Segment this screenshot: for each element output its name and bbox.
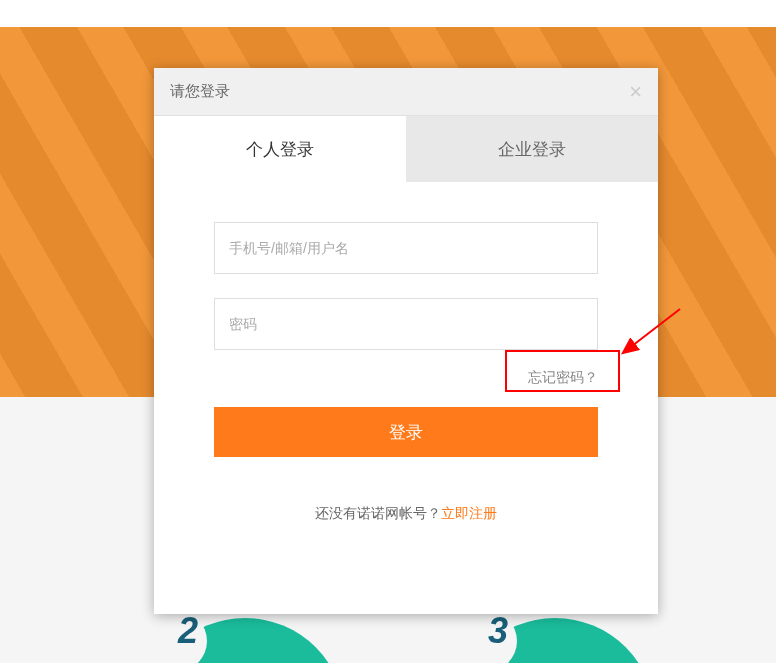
forgot-password-link[interactable]: 忘记密码？ (528, 369, 598, 385)
close-icon[interactable]: × (629, 81, 642, 103)
tab-enterprise-login[interactable]: 企业登录 (406, 116, 658, 182)
modal-header: 请您登录 × (154, 68, 658, 116)
login-button[interactable]: 登录 (214, 407, 598, 457)
register-prompt: 还没有诺诺网帐号？ (315, 505, 441, 521)
step-number-2: 2 (178, 610, 198, 652)
username-input[interactable] (214, 222, 598, 274)
tab-personal-login[interactable]: 个人登录 (154, 116, 406, 182)
username-row (214, 222, 598, 274)
forgot-password-row: 忘记密码？ (214, 368, 598, 387)
password-input[interactable] (214, 298, 598, 350)
password-row (214, 298, 598, 350)
register-link[interactable]: 立即注册 (441, 505, 497, 521)
login-form: 忘记密码？ 登录 还没有诺诺网帐号？立即注册 (154, 182, 658, 523)
modal-title: 请您登录 (170, 82, 230, 101)
step-number-3: 3 (488, 610, 508, 652)
login-modal: 请您登录 × 个人登录 企业登录 忘记密码？ 登录 还没有诺诺网帐号？立即注册 (154, 68, 658, 614)
register-row: 还没有诺诺网帐号？立即注册 (214, 505, 598, 523)
login-tabs: 个人登录 企业登录 (154, 116, 658, 182)
